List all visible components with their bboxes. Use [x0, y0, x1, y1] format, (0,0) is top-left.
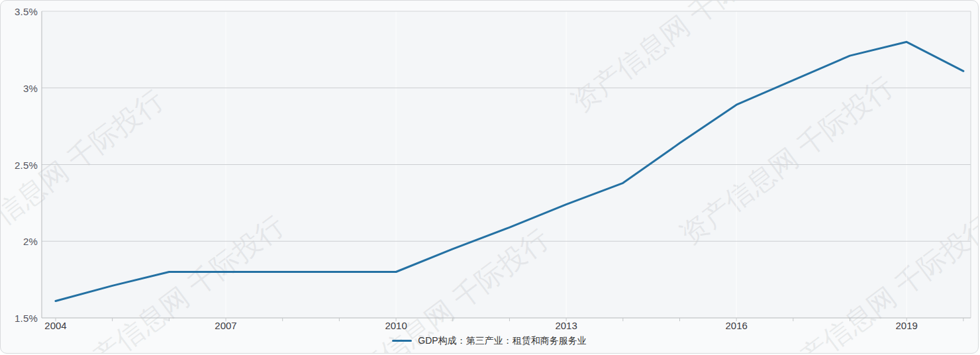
legend[interactable]: GDP构成：第三产业：租赁和商务服务业 — [1, 334, 978, 346]
legend-line-swatch — [392, 340, 412, 342]
x-axis-tick-label: 2007 — [196, 320, 256, 332]
line-chart-canvas: 资产信息网 千际投行资产信息网 千际投行资产信息网 千际投行资产信息网 千际投行… — [1, 1, 979, 354]
y-axis-tick-label: 2.5% — [1, 159, 38, 172]
x-axis-tick-label: 2013 — [536, 320, 596, 332]
line-chart: 资产信息网 千际投行资产信息网 千际投行资产信息网 千际投行资产信息网 千际投行… — [1, 1, 979, 354]
y-axis-tick-label: 2% — [1, 235, 38, 248]
y-axis-tick-label: 3.5% — [1, 5, 38, 18]
x-axis-tick-label: 2016 — [707, 320, 766, 332]
x-axis-tick-label: 2019 — [877, 320, 936, 332]
y-axis-tick-label: 3% — [1, 82, 38, 95]
x-axis-tick-label: 2004 — [26, 320, 85, 332]
legend-label: GDP构成：第三产业：租赁和商务服务业 — [418, 334, 586, 346]
chart-card: 资产信息网 千际投行资产信息网 千际投行资产信息网 千际投行资产信息网 千际投行… — [0, 0, 979, 354]
x-axis-tick-label: 2010 — [366, 320, 426, 332]
chart-screenshot: 资产信息网 千际投行资产信息网 千际投行资产信息网 千际投行资产信息网 千际投行… — [0, 0, 980, 355]
